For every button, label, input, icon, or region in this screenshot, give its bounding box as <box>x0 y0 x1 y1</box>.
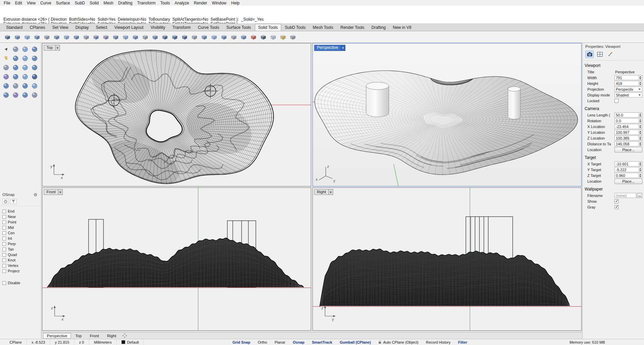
solid-points-icon[interactable] <box>268 33 277 41</box>
pyramid-icon[interactable] <box>11 72 20 81</box>
viewport-perspective-title[interactable]: Perspective ▾ <box>314 45 345 51</box>
tab-subd-tools[interactable]: SubD Tools <box>282 24 309 31</box>
properties-tab-icon[interactable] <box>585 51 594 58</box>
truncated-cone-icon[interactable] <box>2 63 11 72</box>
viewport-tab-top[interactable]: Top <box>72 333 86 339</box>
pipe-tool-icon[interactable] <box>30 63 39 72</box>
sphere-tool-icon[interactable] <box>11 54 20 62</box>
menu-drafting[interactable]: Drafting <box>116 0 135 6</box>
checkbox[interactable] <box>2 264 6 268</box>
filter-funnel-icon[interactable] <box>10 199 17 204</box>
checkbox[interactable] <box>2 237 6 240</box>
property-select[interactable]: Perspectiv <box>614 87 642 92</box>
property-spinner[interactable]: -23.454 <box>614 124 642 129</box>
property-spinner[interactable]: 418 <box>614 81 642 86</box>
slab-tool-icon[interactable] <box>2 81 11 90</box>
ellipsoid-tool-icon[interactable] <box>21 54 30 62</box>
tube-icon[interactable] <box>72 33 80 41</box>
tab-select[interactable]: Select <box>93 24 111 31</box>
paraboloid-tool-icon[interactable] <box>30 81 39 90</box>
viewport-top-canvas[interactable] <box>42 43 311 186</box>
tab-transform[interactable]: Transform <box>169 24 194 31</box>
property-spinner[interactable]: -10.601 <box>614 161 642 166</box>
tab-surface-tools[interactable]: Surface Tools <box>223 24 254 31</box>
boolean-difference-icon[interactable] <box>170 33 179 41</box>
checkbox[interactable] <box>2 242 6 246</box>
mesh-sphere-icon[interactable] <box>2 90 11 99</box>
chevron-down-icon[interactable]: ▾ <box>58 189 62 195</box>
property-button[interactable]: Place... <box>614 147 642 152</box>
osnap-point[interactable]: Point <box>2 219 40 225</box>
chevron-down-icon[interactable]: ▾ <box>55 45 60 50</box>
viewport-right[interactable]: Right ▾ <box>312 187 582 331</box>
tab-cplanes[interactable]: CPlanes <box>26 24 49 31</box>
cone-tool-icon[interactable] <box>30 54 39 62</box>
osnap-cen[interactable]: Cen <box>2 230 40 236</box>
menu-transform[interactable]: Transform <box>135 0 158 6</box>
menu-mesh[interactable]: Mesh <box>101 0 116 6</box>
tab-viewport-layout[interactable]: Viewport Layout <box>111 24 147 31</box>
viewport-front-canvas[interactable] <box>42 188 311 330</box>
menu-window[interactable]: Window <box>210 0 229 6</box>
sphere-icon[interactable] <box>22 33 31 41</box>
tab-render-tools[interactable]: Render Tools <box>337 24 368 31</box>
viewport-right-title[interactable]: Right ▾ <box>314 189 333 195</box>
tab-solid-tools[interactable]: Solid Tools <box>255 24 281 31</box>
cylinder-icon[interactable] <box>62 33 71 41</box>
record-history-icon[interactable] <box>2 54 11 62</box>
menu-surface[interactable]: Surface <box>54 0 72 6</box>
viewport-front-title[interactable]: Front ▾ <box>44 189 63 195</box>
viewport-perspective-canvas[interactable] <box>313 43 581 186</box>
tab-standard[interactable]: Standard <box>3 24 26 31</box>
cplane-cell[interactable]: CPlane <box>0 339 27 345</box>
box-tool-icon[interactable] <box>30 72 39 81</box>
cone-icon[interactable] <box>52 33 61 41</box>
menu-subd[interactable]: SubD <box>72 0 87 6</box>
scale-icon[interactable] <box>30 44 39 53</box>
menu-analyze[interactable]: Analyze <box>172 0 192 6</box>
osnap-knot[interactable]: Knot <box>2 257 40 263</box>
osnap-toggle[interactable]: Osnap <box>289 340 308 344</box>
property-spinner[interactable]: 0.960 <box>614 173 642 178</box>
subd-sphere-icon[interactable] <box>21 90 30 99</box>
fillet-edge-icon[interactable] <box>200 33 208 41</box>
boolean-union-icon[interactable] <box>160 33 169 41</box>
menu-tools[interactable]: Tools <box>158 0 172 6</box>
viewport-tab-front[interactable]: Front <box>86 333 103 339</box>
menu-help[interactable]: Help <box>229 0 242 6</box>
chevron-down-icon[interactable]: ▾ <box>341 45 345 51</box>
viewport-tab-right[interactable]: Right <box>103 333 120 339</box>
osnap-quad[interactable]: Quad <box>2 252 40 257</box>
osnap-history-icon[interactable] <box>2 199 9 204</box>
viewport-tab-perspective[interactable]: Perspective <box>43 333 71 339</box>
extrude-surface-icon[interactable] <box>111 33 120 41</box>
torus-icon[interactable] <box>91 33 100 41</box>
viewport-front[interactable]: Front ▾ <box>42 187 311 331</box>
move-icon[interactable] <box>11 44 20 53</box>
property-spinner[interactable]: 100.385 <box>614 135 642 141</box>
property-spinner[interactable]: 50.0 <box>614 112 642 117</box>
osnap-perp[interactable]: Perp <box>2 241 40 247</box>
torus-tool-icon[interactable] <box>2 72 11 81</box>
osnap-tan[interactable]: Tan <box>2 247 40 252</box>
property-button[interactable]: Place... <box>614 179 642 184</box>
chamfer-edge-icon[interactable] <box>209 33 218 41</box>
viewport-top-title[interactable]: Top ▾ <box>44 45 60 51</box>
boolean-split-icon[interactable] <box>190 33 198 41</box>
menu-curve[interactable]: Curve <box>38 0 54 6</box>
tab-drafting[interactable]: Drafting <box>368 24 389 31</box>
extract-surface-icon[interactable] <box>249 33 258 41</box>
gear-icon[interactable] <box>32 192 39 197</box>
tab-new-in-v8[interactable]: New in V8 <box>390 24 415 31</box>
menu-solid[interactable]: Solid <box>87 0 101 6</box>
property-spinner[interactable]: -5.222 <box>614 167 642 172</box>
rotate-icon[interactable] <box>21 44 30 53</box>
array-box-icon[interactable] <box>259 33 267 41</box>
checkbox[interactable] <box>2 281 6 285</box>
property-spinner[interactable]: 791 <box>614 75 642 80</box>
menu-view[interactable]: View <box>24 0 38 6</box>
tab-visibility[interactable]: Visibility <box>147 24 169 31</box>
auto-cplane-toggle[interactable]: Auto CPlane (Object) <box>375 340 422 344</box>
menu-render[interactable]: Render <box>191 0 209 6</box>
property-checkbox[interactable] <box>614 205 619 209</box>
